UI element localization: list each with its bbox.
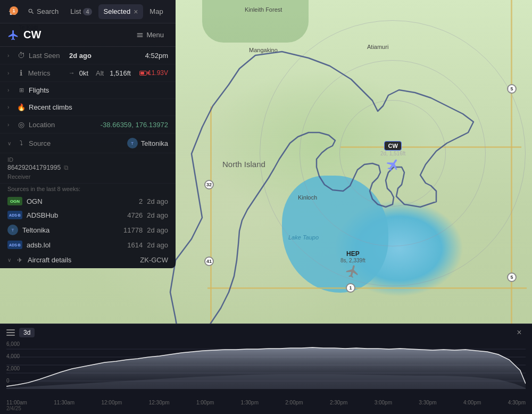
route-41: 41 xyxy=(204,256,214,266)
road-vertical-2 xyxy=(210,106,212,330)
source-count-teltonika: 11778 xyxy=(121,226,143,234)
copy-icon[interactable]: ⧉ xyxy=(64,164,69,171)
source-count-adsbinfo: 1614 xyxy=(121,241,143,249)
source-name-adsbhub: ADSBHub xyxy=(27,211,117,219)
y-label-4000: 4,000 xyxy=(6,353,20,359)
metrics-values: → 0kt Alt 1,516ft 11.93V xyxy=(69,69,168,77)
location-arrow: › xyxy=(7,122,14,128)
badge-teltonika: T xyxy=(7,225,18,235)
source-section: ∨ ⤵ Source T Teltonika xyxy=(0,134,176,153)
route-1: 1 xyxy=(346,283,355,293)
flights-row[interactable]: › ⊞ Flights xyxy=(0,82,176,99)
bottom-chart: 3d × 6,000 4,000 2,000 0 xyxy=(0,324,532,414)
search-icon xyxy=(28,8,35,15)
voltage-value: 11.93V xyxy=(148,69,168,77)
altitude-chart xyxy=(6,341,526,389)
flights-label: Flights xyxy=(29,86,168,94)
road-horizontal-1 xyxy=(340,146,521,148)
source-icon: ⤵ xyxy=(17,139,26,147)
id-label: ID xyxy=(7,156,168,163)
y-label-2000: 2,000 xyxy=(6,366,20,371)
metrics-arrow: › xyxy=(7,70,13,76)
metrics-label: Metrics xyxy=(28,69,65,77)
notification-badge: 1 xyxy=(10,6,18,15)
alt-label: Alt xyxy=(96,69,104,77)
source-ago-ogn: 2d ago xyxy=(147,197,168,205)
source-count-ogn: 2 xyxy=(121,197,143,205)
tab-bar: 1 Search List 4 Selected × Map xyxy=(0,0,176,23)
tab-list-badge: 4 xyxy=(83,8,92,15)
metrics-icon: ℹ xyxy=(16,69,24,77)
chart-header: 3d × xyxy=(0,324,532,341)
chart-date: 2/4/25 xyxy=(0,405,532,411)
tab-list[interactable]: List 4 xyxy=(65,4,97,19)
id-section: ID 864292041791995 ⧉ Receiver xyxy=(0,153,176,184)
voltage-container: 11.93V xyxy=(139,69,168,77)
menu-icon xyxy=(136,31,144,39)
chart-controls: 3d xyxy=(6,328,35,337)
receiver-label: Receiver xyxy=(7,173,168,180)
recent-climbs-row[interactable]: › 🔥 Recent climbs xyxy=(0,99,176,116)
chart-period-button[interactable]: 3d xyxy=(19,328,35,337)
alt-value: 1,516ft xyxy=(110,69,131,77)
source-row-adsbinfo: ADS·B adsb.lol 1614 2d ago xyxy=(0,238,176,252)
flights-arrow: › xyxy=(7,87,14,93)
source-row-adsbhub: ADS·B ADSBHub 4726 2d ago xyxy=(0,208,176,222)
badge-adsbhub: ADS·B xyxy=(7,211,22,219)
climbs-arrow: › xyxy=(7,104,14,110)
location-row[interactable]: › ◎ Location -38.66359, 176.13972 xyxy=(0,116,176,134)
menu-button[interactable]: Menu xyxy=(132,29,168,41)
road-vertical-1 xyxy=(511,0,512,362)
location-icon: ◎ xyxy=(17,120,26,129)
tab-map[interactable]: Map xyxy=(144,4,168,19)
sources-header: Sources in the last 8 weeks: xyxy=(0,184,176,194)
last-seen-row[interactable]: › ⏱ Last Seen 2d ago 4:52pm xyxy=(0,47,176,64)
source-header[interactable]: ∨ ⤵ Source T Teltonika xyxy=(7,138,168,148)
y-label-0: 0 xyxy=(6,378,20,384)
last-seen-value-text: 2d ago xyxy=(69,52,92,60)
tab-selected-close[interactable]: × xyxy=(134,7,138,16)
source-row-ogn: OGN OGN 2 2d ago xyxy=(0,194,176,208)
aircraft-details-label: Aircraft details xyxy=(28,256,71,264)
location-value: -38.66359, 176.13972 xyxy=(101,121,168,129)
x-label-1100: 11:00am xyxy=(6,400,27,405)
tab-home[interactable]: 1 xyxy=(4,3,21,20)
sidebar: 1 Search List 4 Selected × Map xyxy=(0,0,176,268)
id-value-row: 864292041791995 ⧉ xyxy=(7,164,168,171)
tab-search-label: Search xyxy=(37,7,59,15)
source-ago-teltonika: 2d ago xyxy=(147,226,168,234)
source-arrow: ∨ xyxy=(7,140,14,146)
tab-search[interactable]: Search xyxy=(22,4,64,19)
source-ago-adsbhub: 2d ago xyxy=(147,211,168,219)
aircraft-callsign: CW xyxy=(23,29,41,41)
route-32: 32 xyxy=(204,180,214,189)
forest-kinleith xyxy=(202,0,309,43)
route-5-south: 5 xyxy=(507,272,517,282)
x-label-1130: 11:30am xyxy=(54,400,74,405)
source-row-teltonika: T Teltonika 11778 2d ago xyxy=(0,222,176,238)
tab-selected[interactable]: Selected × xyxy=(98,4,144,19)
tab-list-label: List xyxy=(70,7,81,15)
x-label-1400: 2:00pm xyxy=(285,400,303,405)
source-header-left: ∨ ⤵ Source xyxy=(7,139,66,147)
x-label-1600: 4:00pm xyxy=(463,400,481,405)
x-label-1300: 1:00pm xyxy=(196,400,214,405)
source-count-adsbhub: 4726 xyxy=(121,211,143,219)
chart-area: 6,000 4,000 2,000 0 xyxy=(0,341,532,399)
source-ago-adsbinfo: 2d ago xyxy=(147,241,168,249)
source-value-container: T Teltonika xyxy=(127,138,168,148)
x-label-1430: 2:30pm xyxy=(330,400,347,405)
source-value: Teltonika xyxy=(141,139,168,147)
metrics-row[interactable]: › ℹ Metrics → 0kt Alt 1,516ft 11.93V xyxy=(0,64,176,82)
teltonika-logo: T xyxy=(127,138,138,148)
aircraft-details-row[interactable]: ∨ ✈ Aircraft details ZK-GCW xyxy=(0,252,176,268)
chart-x-labels: 11:00am 11:30am 12:00pm 12:30pm 1:00pm 1… xyxy=(0,399,532,405)
battery-icon xyxy=(139,71,147,76)
chart-menu-icon[interactable] xyxy=(6,329,15,336)
aircraft-header: CW Menu xyxy=(0,23,176,47)
x-label-1330: 1:30pm xyxy=(241,400,259,405)
x-label-1630: 4:30pm xyxy=(508,400,526,405)
chart-close-button[interactable]: × xyxy=(513,326,526,339)
tab-selected-label: Selected xyxy=(104,7,131,15)
chart-y-labels: 6,000 4,000 2,000 0 xyxy=(6,341,20,384)
